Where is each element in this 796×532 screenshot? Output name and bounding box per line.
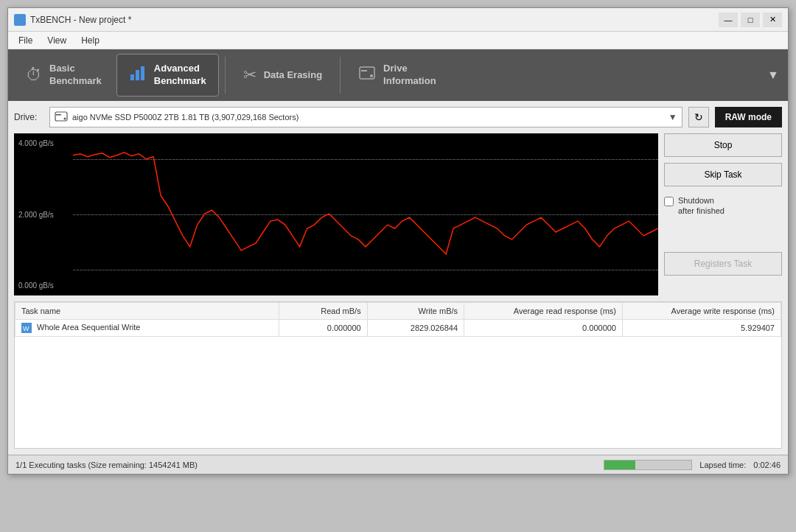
- drive-hdd-icon: [55, 111, 68, 124]
- controls-panel: Stop Skip Task Shutdownafter finished Re…: [664, 133, 782, 295]
- drive-dropdown-arrow[interactable]: ▼: [668, 112, 677, 122]
- chart-y-label-mid: 2.000 gB/s: [18, 211, 54, 219]
- task-table: Task name Read mB/s Write mB/s Average r…: [15, 302, 781, 337]
- basic-benchmark-label: BasicBenchmark: [49, 63, 102, 88]
- advanced-benchmark-icon: [129, 64, 147, 86]
- toolbar-btn-basic[interactable]: ⏱ BasicBenchmark: [14, 54, 114, 97]
- drive-information-icon: [358, 66, 376, 85]
- menu-bar: File View Help: [8, 32, 788, 49]
- svg-point-5: [370, 74, 373, 77]
- col-task-name: Task name: [15, 303, 279, 320]
- svg-point-8: [64, 117, 66, 119]
- toolbar-btn-drive[interactable]: DriveInformation: [346, 54, 448, 97]
- col-avg-read: Average read response (ms): [464, 303, 623, 320]
- svg-rect-3: [141, 66, 144, 80]
- data-erasing-label: Data Erasing: [264, 69, 322, 82]
- raw-mode-button[interactable]: RAW mode: [715, 107, 782, 127]
- benchmark-chart: 4.000 gB/s 2.000 gB/s 0.000 gB/s: [14, 133, 658, 295]
- drive-row: Drive: aigo NVMe SSD P5000Z 2TB 1.81 TB …: [14, 107, 782, 127]
- read-cell: 0.000000: [279, 320, 367, 337]
- refresh-icon: ↻: [694, 111, 703, 123]
- chart-y-label-bot: 0.000 gB/s: [18, 281, 54, 290]
- app-icon: [14, 14, 26, 26]
- lapsed-label: Lapsed time:: [699, 461, 746, 469]
- menu-help[interactable]: Help: [74, 34, 107, 47]
- col-avg-write: Average write response (ms): [623, 303, 781, 320]
- write-cell: 2829.026844: [367, 320, 464, 337]
- table-row: W Whole Area Sequential Write 0.000000 2…: [15, 320, 781, 337]
- chart-controls-row: 4.000 gB/s 2.000 gB/s 0.000 gB/s Stop: [14, 133, 782, 295]
- window-controls: — □ ✕: [719, 13, 782, 27]
- svg-rect-1: [130, 74, 134, 80]
- status-bar: 1/1 Executing tasks (Size remaining: 145…: [8, 455, 788, 474]
- stop-button[interactable]: Stop: [664, 133, 782, 157]
- progress-bar-fill: [604, 461, 635, 469]
- toolbar-separator-1: [225, 57, 226, 94]
- col-write: Write mB/s: [367, 303, 464, 320]
- window-title: TxBENCH - New project *: [30, 15, 719, 25]
- shutdown-checkbox[interactable]: [664, 197, 674, 206]
- drive-select-text: aigo NVMe SSD P5000Z 2TB 1.81 TB (3,907,…: [72, 113, 664, 122]
- svg-rect-9: [56, 114, 61, 116]
- shutdown-label: Shutdownafter finished: [678, 195, 725, 217]
- status-text: 1/1 Executing tasks (Size remaining: 145…: [15, 461, 596, 469]
- svg-rect-0: [16, 16, 24, 24]
- task-name-cell: W Whole Area Sequential Write: [15, 320, 279, 337]
- chart-svg: [73, 133, 658, 294]
- svg-rect-2: [136, 70, 139, 80]
- shutdown-row: Shutdownafter finished: [664, 195, 782, 217]
- content-area: Drive: aigo NVMe SSD P5000Z 2TB 1.81 TB …: [8, 101, 788, 474]
- svg-rect-6: [361, 70, 367, 71]
- chart-y-labels: 4.000 gB/s 2.000 gB/s 0.000 gB/s: [18, 133, 54, 295]
- menu-file[interactable]: File: [11, 34, 40, 47]
- task-name-text: Whole Area Sequential Write: [37, 323, 140, 332]
- registers-task-button[interactable]: Registers Task: [664, 252, 782, 276]
- avg-read-cell: 0.000000: [464, 320, 623, 337]
- toolbar-btn-erasing[interactable]: ✂ Data Erasing: [231, 54, 334, 97]
- progress-bar: [604, 460, 692, 470]
- data-erasing-icon: ✂: [243, 66, 256, 85]
- lapsed-value: 0:02:46: [753, 461, 781, 469]
- toolbar-btn-advanced[interactable]: AdvancedBenchmark: [116, 54, 219, 97]
- drive-information-label: DriveInformation: [383, 63, 436, 88]
- toolbar-separator-2: [340, 57, 341, 94]
- close-button[interactable]: ✕: [763, 13, 782, 27]
- maximize-button[interactable]: □: [741, 13, 760, 27]
- drive-label: Drive:: [14, 112, 43, 122]
- chart-y-label-top: 4.000 gB/s: [18, 139, 54, 147]
- task-table-wrapper: Task name Read mB/s Write mB/s Average r…: [14, 301, 782, 449]
- drive-refresh-button[interactable]: ↻: [688, 107, 709, 127]
- toolbar: ⏱ BasicBenchmark AdvancedBenchmark ✂ Dat…: [8, 49, 788, 101]
- task-icon: W: [21, 323, 32, 333]
- advanced-benchmark-label: AdvancedBenchmark: [154, 63, 206, 88]
- svg-text:W: W: [23, 325, 29, 332]
- menu-view[interactable]: View: [40, 34, 74, 47]
- minimize-button[interactable]: —: [719, 13, 738, 27]
- basic-benchmark-icon: ⏱: [26, 66, 42, 85]
- title-bar: TxBENCH - New project * — □ ✕: [8, 8, 788, 32]
- col-read: Read mB/s: [279, 303, 367, 320]
- drive-selector[interactable]: aigo NVMe SSD P5000Z 2TB 1.81 TB (3,907,…: [49, 107, 682, 127]
- skip-task-button[interactable]: Skip Task: [664, 163, 782, 186]
- toolbar-dropdown-button[interactable]: ▼: [764, 54, 782, 97]
- avg-write-cell: 5.929407: [623, 320, 781, 337]
